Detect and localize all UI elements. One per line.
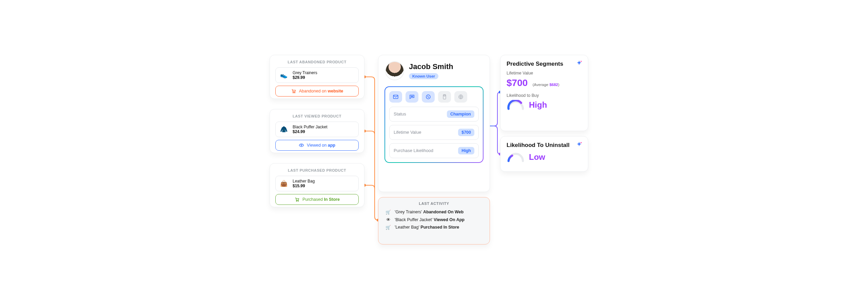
- product-price: $15.99: [293, 184, 315, 188]
- svg-point-13: [412, 96, 412, 97]
- status-value[interactable]: Champion: [447, 110, 474, 118]
- user-name: Jacob Smith: [409, 62, 453, 71]
- last-activity-title: LAST ACTIVITY: [378, 197, 490, 208]
- product-row[interactable]: 🧥 Black Puffer Jacket $24.99: [275, 122, 359, 137]
- activity-row[interactable]: 👁 'Black Puffer Jacket' Viewed On App: [378, 216, 490, 223]
- whatsapp-channel[interactable]: [422, 91, 435, 103]
- svg-point-7: [294, 92, 295, 93]
- gauge-low: [507, 152, 525, 162]
- card-title: LAST VIEWED PRODUCT: [275, 114, 359, 118]
- product-name: Leather Bag: [293, 179, 315, 184]
- svg-point-14: [413, 96, 413, 97]
- sparkle-icon: [576, 60, 583, 67]
- ltv-label: Lifetime Value: [394, 130, 421, 135]
- mail-icon: [393, 94, 399, 100]
- svg-point-8: [301, 145, 302, 146]
- card-title: LAST ABANDONED PRODUCT: [275, 60, 359, 64]
- sparkle-icon: [576, 141, 583, 148]
- gauge-high: [507, 100, 525, 110]
- predictive-segments-card: Predictive Segments Lifetime Value $700 …: [500, 55, 588, 131]
- ltv-average: (Average $682): [533, 83, 559, 87]
- svg-point-9: [296, 200, 297, 201]
- last-abandoned-card: LAST ABANDONED PRODUCT 👟 Grey Trainers $…: [270, 55, 364, 99]
- cart-icon: 🛒: [385, 210, 391, 215]
- status-row: Status Champion: [389, 107, 479, 122]
- jacket-icon: 🧥: [278, 124, 289, 135]
- eye-icon: 👁: [385, 217, 391, 222]
- ltv-row: Lifetime Value $700: [389, 125, 479, 140]
- likelihood-uninstall-card: Likelihood To Uninstall Low: [500, 136, 588, 172]
- product-name: Black Puffer Jacket: [293, 125, 328, 129]
- activity-row[interactable]: 🛒 'Grey Trainers' Abandoned On Web: [378, 208, 490, 216]
- predictive-title: Predictive Segments: [507, 61, 582, 67]
- last-activity-card: LAST ACTIVITY 🛒 'Grey Trainers' Abandone…: [378, 197, 490, 244]
- web-channel[interactable]: [454, 91, 467, 103]
- avatar[interactable]: [385, 61, 404, 80]
- cart-icon: [291, 88, 296, 94]
- channels-and-stats: Status Champion Lifetime Value $700 Purc…: [384, 86, 484, 163]
- svg-point-6: [293, 92, 293, 93]
- cart-icon: 🛒: [385, 225, 391, 230]
- eye-icon: [299, 143, 304, 148]
- email-channel[interactable]: [389, 91, 402, 103]
- ltv-value: $700: [507, 78, 528, 88]
- product-name: Grey Trainers: [293, 70, 317, 75]
- cart-check-icon: [294, 197, 300, 202]
- viewed-pill[interactable]: Viewed on app: [275, 140, 359, 151]
- uninstall-value: Low: [529, 152, 545, 162]
- activity-row[interactable]: 🛒 'Leather Bag' Purchased In Store: [378, 223, 490, 231]
- svg-point-12: [411, 96, 412, 97]
- svg-point-20: [580, 142, 581, 143]
- product-row[interactable]: 👜 Leather Bag $15.99: [275, 176, 359, 191]
- purchased-pill[interactable]: Purchased In Store: [275, 194, 359, 205]
- product-price: $24.99: [293, 129, 328, 134]
- abandoned-pill[interactable]: Abandoned on website: [275, 86, 359, 97]
- likelihood-buy-label: Likelihood to Buy: [507, 93, 582, 98]
- profile-card: Jacob Smith Known User Status Champion L…: [378, 55, 490, 192]
- user-tag[interactable]: Known User: [409, 73, 438, 79]
- push-channel[interactable]: [438, 91, 451, 103]
- ltv-value[interactable]: $700: [458, 129, 474, 136]
- trainers-icon: 👟: [278, 70, 289, 81]
- pl-label: Purchase Likelihood: [394, 148, 433, 153]
- chat-icon: [409, 94, 415, 100]
- globe-icon: [458, 94, 464, 100]
- last-viewed-card: LAST VIEWED PRODUCT 🧥 Black Puffer Jacke…: [270, 109, 364, 153]
- status-label: Status: [394, 111, 406, 116]
- uninstall-title: Likelihood To Uninstall: [507, 142, 582, 149]
- last-purchased-card: LAST PURCHASED PRODUCT 👜 Leather Bag $15…: [270, 163, 364, 207]
- product-row[interactable]: 👟 Grey Trainers $29.99: [275, 67, 359, 83]
- ltv-label: Lifetime Value: [507, 71, 582, 76]
- purchase-likelihood-row: Purchase Likelihood High: [389, 143, 479, 158]
- sms-channel[interactable]: [406, 91, 418, 103]
- likelihood-buy-value: High: [529, 100, 547, 110]
- card-title: LAST PURCHASED PRODUCT: [275, 168, 359, 172]
- pl-value[interactable]: High: [458, 147, 474, 154]
- svg-point-19: [580, 61, 581, 62]
- bag-icon: 👜: [278, 178, 289, 189]
- product-price: $29.99: [293, 75, 317, 80]
- svg-point-10: [298, 200, 298, 201]
- svg-rect-17: [444, 95, 446, 96]
- push-icon: [441, 94, 448, 100]
- whatsapp-icon: [425, 94, 431, 100]
